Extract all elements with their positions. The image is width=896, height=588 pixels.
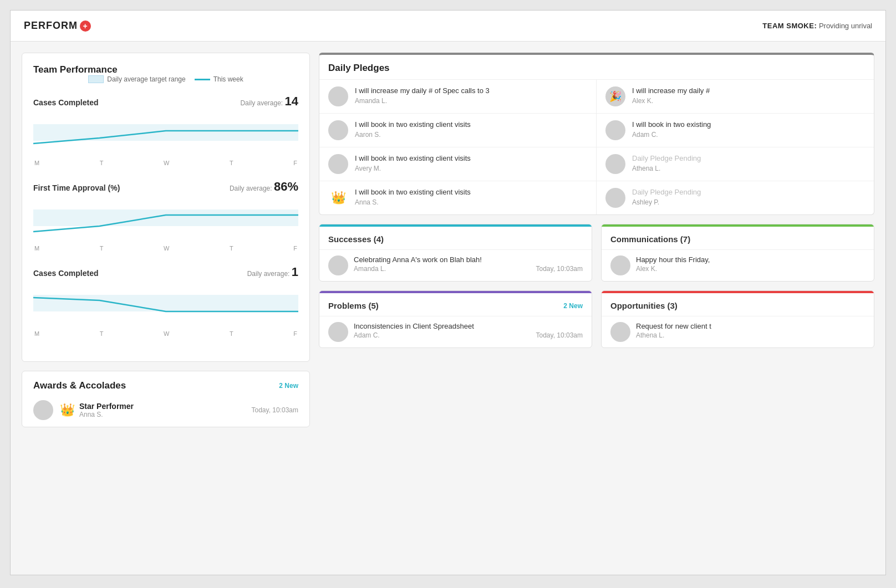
pledge-text: I will increase my daily # (632, 86, 710, 96)
pledge-name: Alex K. (632, 97, 710, 105)
logo-plus-icon: + (80, 21, 91, 32)
problem-item-text: Inconsistencies in Client Spreadsheet (354, 322, 583, 330)
pledge-avatar (605, 188, 625, 208)
chart-1 (33, 113, 298, 157)
success-item-name: Amanda L. (354, 265, 386, 273)
pledge-pending-text: Daily Pledge Pending (632, 188, 701, 197)
success-item-time: Today, 10:03am (536, 265, 583, 273)
logo-text: PERFORM (24, 20, 78, 32)
pledge-item: I will increase my daily # of Spec calls… (319, 80, 596, 114)
communication-item-meta: Alex K. (636, 265, 865, 273)
award-item-title: Star Performer (79, 402, 245, 411)
chart-2 (33, 198, 298, 243)
communications-header: Communications (7) (602, 227, 874, 249)
problems-badge: 2 New (563, 302, 583, 310)
problem-item-name: Adam C. (354, 331, 380, 339)
chart-labels-1: MTWTF (33, 160, 298, 166)
pledge-item: 🎉 I will increase my daily # Alex K. (597, 80, 874, 114)
legend-range-label: Daily average target range (107, 75, 185, 83)
pledges-right-col: 🎉 I will increase my daily # Alex K. I w… (597, 80, 874, 214)
award-item-name: Anna S. (79, 411, 245, 418)
opportunities-card: Opportunities (3) Request for new client… (601, 290, 874, 348)
award-item: 👑 Star Performer Anna S. Today, 10:03am (22, 393, 309, 427)
metric-cases-completed-1: Cases Completed Daily average: 14 (33, 94, 298, 166)
problem-item-time: Today, 10:03am (536, 331, 583, 339)
metric-title-2: First Time Approval (%) (33, 183, 120, 192)
successes-card: Successes (4) Celebrating Anna A's work … (319, 224, 592, 282)
opportunity-item: Request for new client t Athena L. (602, 316, 874, 347)
team-performance-card: Team Performance Daily average target ra… (22, 53, 310, 362)
pledge-item: 👑 I will book in two existing client vis… (319, 181, 596, 214)
team-label: TEAM SMOKE: (762, 22, 817, 30)
pledge-avatar (328, 86, 348, 106)
awards-card: Awards & Accolades 2 New 👑 Star Performe… (22, 371, 310, 427)
header-team-info: TEAM SMOKE: Providing unrival (762, 22, 872, 30)
pledge-text: I will book in two existing client visit… (355, 188, 471, 197)
problems-card: Problems (5) 2 New Inconsistencies in Cl… (319, 290, 592, 348)
pledge-text: I will book in two existing client visit… (355, 154, 471, 163)
opportunity-item-meta: Athena L. (636, 331, 865, 339)
pledges-grid: I will increase my daily # of Spec calls… (319, 80, 874, 214)
pledge-name: Amanda L. (355, 97, 490, 105)
opportunity-avatar (610, 322, 630, 342)
crown-badge-icon: 👑 (331, 191, 346, 205)
metric-title-3: Cases Completed (33, 269, 98, 278)
communications-card: Communications (7) Happy hour this Frida… (601, 224, 874, 282)
svg-rect-2 (33, 295, 298, 311)
communication-avatar (610, 255, 630, 275)
team-subtitle: Providing unrival (819, 22, 872, 30)
communication-item-name: Alex K. (636, 265, 657, 273)
pledge-item: Daily Pledge Pending Ashley P. (597, 181, 874, 214)
pledge-avatar (605, 154, 625, 174)
awards-badge: 2 New (279, 382, 298, 390)
problems-title: Problems (5) (328, 301, 379, 310)
success-avatar (328, 255, 348, 275)
opportunity-item-text: Request for new client t (636, 322, 865, 330)
pledge-text: I will increase my daily # of Spec calls… (355, 86, 490, 96)
communication-item: Happy hour this Friday, Alex K. (602, 249, 874, 281)
daily-pledges-card: Daily Pledges I will increase my daily #… (319, 53, 874, 215)
team-performance-title: Team Performance (33, 64, 298, 75)
successes-title: Successes (4) (328, 234, 384, 244)
legend-week: This week (195, 75, 243, 83)
award-item-time: Today, 10:03am (252, 406, 299, 414)
pledge-avatar (605, 120, 625, 140)
opportunities-title: Opportunities (3) (610, 301, 678, 310)
pledge-name: Aaron S. (355, 131, 471, 139)
svg-rect-0 (33, 124, 298, 141)
pledge-name: Adam C. (632, 131, 711, 139)
metric-avg-3: Daily average: 1 (247, 265, 298, 279)
pledges-left-col: I will increase my daily # of Spec calls… (319, 80, 597, 214)
success-item: Celebrating Anna A's work on Blah blah! … (319, 249, 592, 281)
pledge-name: Athena L. (632, 165, 701, 172)
header: PERFORM + TEAM SMOKE: Providing unrival (11, 11, 885, 42)
logo: PERFORM + (24, 20, 91, 32)
pledge-item: I will book in two existing Adam C. (597, 114, 874, 147)
problem-item-meta: Adam C. Today, 10:03am (354, 331, 583, 339)
opportunities-header: Opportunities (3) (602, 293, 874, 316)
chart-labels-3: MTWTF (33, 330, 298, 337)
pledge-avatar (328, 154, 348, 174)
legend-range-box (88, 75, 104, 83)
daily-pledges-title: Daily Pledges (328, 63, 390, 73)
pledge-item: Daily Pledge Pending Athena L. (597, 147, 874, 181)
svg-rect-1 (33, 209, 298, 226)
pledge-text: I will book in two existing (632, 120, 711, 130)
legend-week-label: This week (213, 75, 243, 83)
pledge-item: I will book in two existing client visit… (319, 114, 596, 147)
pledge-avatar: 🎉 (605, 86, 625, 106)
success-item-text: Celebrating Anna A's work on Blah blah! (354, 255, 583, 264)
success-item-meta: Amanda L. Today, 10:03am (354, 265, 583, 273)
bottom-cards-grid: Successes (4) Celebrating Anna A's work … (319, 224, 874, 348)
pledge-avatar (328, 120, 348, 140)
problem-avatar (328, 322, 348, 342)
pledge-name: Anna S. (355, 198, 471, 206)
pledge-pending-text: Daily Pledge Pending (632, 154, 701, 163)
opportunity-item-name: Athena L. (636, 331, 664, 339)
legend-range: Daily average target range (88, 75, 185, 83)
communication-item-text: Happy hour this Friday, (636, 255, 865, 264)
chart-labels-2: MTWTF (33, 245, 298, 252)
chart-3 (33, 284, 298, 328)
legend-week-line (195, 79, 210, 80)
awards-title: Awards & Accolades (33, 380, 126, 391)
